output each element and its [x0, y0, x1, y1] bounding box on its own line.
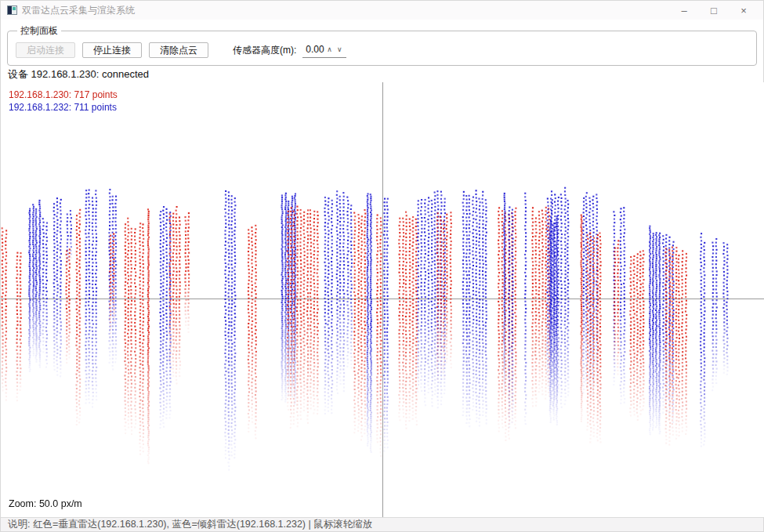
stop-connection-button[interactable]: 停止连接	[82, 42, 142, 58]
start-connection-button[interactable]: 启动连接	[16, 42, 75, 58]
control-panel: 控制面板 启动连接 停止连接 清除点云 传感器高度(m): 0.00 ∧ ∨	[7, 24, 757, 66]
title-bar[interactable]: 双雷达点云采集与渲染系统 – □ ×	[1, 1, 763, 20]
window-title: 双雷达点云采集与渲染系统	[22, 4, 135, 17]
device1-point-count: 192.168.1.230: 717 points	[9, 89, 118, 100]
pointcloud-canvas[interactable]	[1, 82, 764, 517]
close-button[interactable]: ×	[729, 1, 759, 20]
app-icon	[7, 5, 17, 15]
maximize-button[interactable]: □	[699, 1, 729, 20]
controls-row: 启动连接 停止连接 清除点云 传感器高度(m): 0.00 ∧ ∨	[16, 42, 748, 58]
window-controls: – □ ×	[669, 1, 759, 20]
minimize-button[interactable]: –	[669, 1, 699, 20]
sensor-height-value[interactable]: 0.00	[306, 44, 324, 55]
spinbox-down-icon[interactable]: ∨	[335, 46, 345, 53]
sensor-height-spinbox[interactable]: 0.00 ∧ ∨	[302, 42, 346, 58]
status-bar: 说明: 红色=垂直雷达(192.168.1.230), 蓝色=倾斜雷达(192.…	[1, 517, 763, 531]
app-window: 双雷达点云采集与渲染系统 – □ × 控制面板 启动连接 停止连接 清除点云 传…	[0, 0, 764, 532]
spinbox-up-icon[interactable]: ∧	[324, 46, 335, 53]
control-panel-title: 控制面板	[17, 24, 61, 38]
sensor-height-label: 传感器高度(m):	[233, 44, 296, 57]
zoom-level-label: Zoom: 50.0 px/m	[9, 498, 82, 509]
pointcloud-viewport: 192.168.1.230: 717 points 192.168.1.232:…	[1, 82, 764, 517]
device2-point-count: 192.168.1.232: 711 points	[9, 102, 117, 113]
clear-pointcloud-button[interactable]: 清除点云	[149, 42, 208, 58]
device-status: 设备 192.168.1.230: connected	[1, 66, 763, 82]
